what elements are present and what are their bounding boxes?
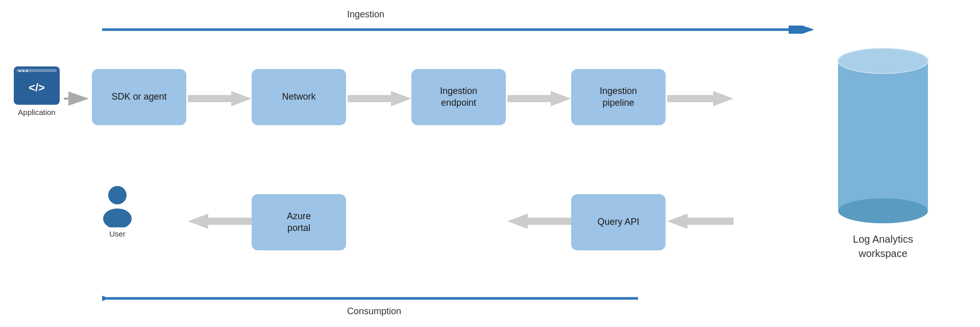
dot2 <box>22 70 24 72</box>
sdk-agent-box: SDK or agent <box>92 69 186 125</box>
arrow-pipeline-to-db <box>667 91 733 106</box>
svg-point-11 <box>838 198 928 223</box>
user-label: User <box>109 229 126 238</box>
svg-marker-15 <box>188 214 252 229</box>
dot1 <box>19 70 21 72</box>
ingestion-endpoint-box: Ingestionendpoint <box>411 69 506 125</box>
ingestion-label: Ingestion <box>347 9 384 20</box>
application-label: Application <box>18 108 55 116</box>
arrow-app-to-sdk <box>64 91 92 106</box>
log-analytics-cylinder: Log Analyticsworkspace <box>827 46 939 261</box>
svg-marker-7 <box>507 91 571 106</box>
code-symbol: </> <box>29 81 45 95</box>
diagram-container: Ingestion </> Application <box>0 0 980 327</box>
arrow-sdk-to-network <box>188 91 252 106</box>
log-analytics-label: Log Analyticsworkspace <box>853 232 913 261</box>
dot3 <box>26 70 28 72</box>
cylinder-svg <box>832 46 934 226</box>
svg-marker-13 <box>667 214 733 229</box>
ingestion-arrow <box>102 26 817 34</box>
application-icon: </> Application <box>11 66 62 118</box>
svg-marker-5 <box>188 91 252 106</box>
consumption-arrow <box>102 294 638 302</box>
svg-marker-6 <box>348 91 411 106</box>
svg-point-16 <box>108 186 127 204</box>
svg-point-17 <box>103 208 132 227</box>
arrow-endpoint-to-pipeline <box>507 91 571 106</box>
user-icon: User <box>92 184 143 238</box>
query-api-box: Query API <box>571 194 666 250</box>
arrow-network-to-endpoint <box>348 91 411 106</box>
svg-marker-14 <box>507 214 571 229</box>
consumption-label: Consumption <box>347 306 401 317</box>
svg-marker-8 <box>667 91 733 106</box>
arrow-db-to-queryapi <box>667 214 733 229</box>
azure-portal-box: Azureportal <box>252 194 346 250</box>
arrow-queryapi-to-portal <box>507 214 571 229</box>
network-box: Network <box>252 69 346 125</box>
app-icon-dots <box>19 70 28 72</box>
user-figure-svg <box>100 184 135 227</box>
ingestion-pipeline-box: Ingestionpipeline <box>571 69 666 125</box>
app-icon-box: </> <box>14 66 60 105</box>
arrow-portal-to-user <box>188 214 252 229</box>
svg-rect-9 <box>838 61 928 211</box>
